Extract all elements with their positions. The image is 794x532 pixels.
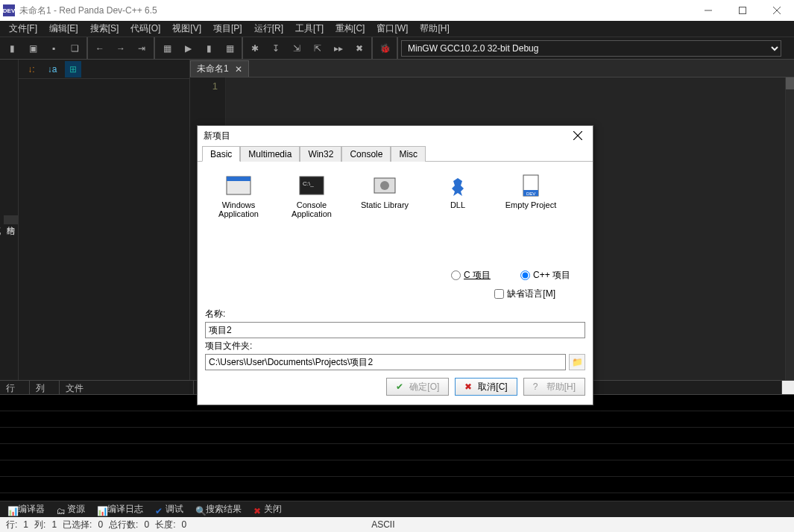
- help-button[interactable]: ?帮助[H]: [523, 378, 585, 396]
- template-label: Static Library: [354, 200, 415, 209]
- dialog-title: 新项目: [204, 130, 230, 142]
- step-over-icon[interactable]: ↧: [267, 39, 285, 57]
- window-controls: [691, 0, 794, 21]
- menu-tools[interactable]: 工具[T]: [289, 21, 330, 37]
- dlgtab-misc[interactable]: Misc: [391, 146, 426, 162]
- status-encoding: ASCII: [370, 519, 396, 530]
- lefttab-watch[interactable]: 监视: [0, 215, 4, 224]
- status-line-value: 1: [22, 519, 30, 530]
- btab-close[interactable]: ✖关闭: [251, 501, 285, 517]
- col-line[interactable]: 行: [0, 381, 30, 394]
- template-empty-project[interactable]: DEV Empty Project: [500, 174, 561, 251]
- btab-resources[interactable]: 🗂资源: [54, 501, 88, 517]
- menu-help[interactable]: 帮助[H]: [414, 21, 455, 37]
- close-button[interactable]: [760, 0, 794, 21]
- editor-tab-label: 未命名1: [197, 63, 229, 75]
- empty-project-icon: DEV: [516, 174, 546, 197]
- dlgtab-console[interactable]: Console: [341, 146, 391, 162]
- menu-search[interactable]: 搜索[S]: [84, 21, 125, 37]
- stop-debug-icon[interactable]: ✖: [350, 39, 368, 57]
- project-folder-input[interactable]: [205, 354, 566, 370]
- col-col[interactable]: 列: [30, 381, 60, 394]
- continue-icon[interactable]: ▸▸: [330, 39, 347, 57]
- minimap-scrollbar[interactable]: [785, 77, 794, 380]
- debug-icon[interactable]: ✱: [246, 39, 264, 57]
- menu-file[interactable]: 文件[F]: [3, 21, 43, 37]
- sort-icon[interactable]: ↓:: [23, 61, 40, 77]
- menu-view[interactable]: 视图[V]: [166, 21, 207, 37]
- name-label: 名称:: [205, 306, 585, 322]
- status-len-value: 0: [180, 519, 188, 530]
- toolbar: ▮ ▣ ▪ ❏ ← → ⇥ ▦ ▶ ▮ ▦ ✱ ↧ ⇲ ⇱ ▸▸ ✖ 🐞 Min…: [0, 37, 794, 60]
- template-static-library[interactable]: Static Library: [354, 174, 415, 251]
- menu-run[interactable]: 运行[R]: [248, 21, 289, 37]
- btab-compilelog[interactable]: 📊编译日志: [94, 501, 146, 517]
- btab-compiler[interactable]: 📊编译器: [4, 501, 48, 517]
- maximize-button[interactable]: [725, 0, 760, 21]
- menu-code[interactable]: 代码[O]: [125, 21, 166, 37]
- compile-icon[interactable]: ▦: [158, 39, 176, 57]
- windows-app-icon: [224, 174, 253, 197]
- run-icon[interactable]: ▶: [179, 39, 197, 57]
- dialog-close-icon[interactable]: [569, 128, 587, 143]
- editor-tab-close-icon[interactable]: ✕: [235, 64, 242, 75]
- new-project-dialog: 新项目 Basic Multimedia Win32 Console Misc …: [197, 125, 593, 405]
- folder-label: 项目文件夹:: [205, 338, 585, 354]
- sort-az-icon[interactable]: ↓a: [44, 61, 60, 77]
- window-title: 未命名1 - Red Panda Dev-C++ 6.5: [19, 4, 157, 17]
- app-icon: DEV: [3, 4, 15, 16]
- new-file-icon[interactable]: ▮: [3, 39, 21, 57]
- forward-icon[interactable]: →: [112, 39, 130, 57]
- template-console-app[interactable]: C:\_ Console Application: [281, 174, 342, 251]
- open-icon[interactable]: ▣: [24, 39, 42, 57]
- bottom-tabs: 📊编译器 🗂资源 📊编译日志 ✔调试 🔍搜索结果 ✖关闭: [0, 501, 794, 517]
- radio-cpp-project[interactable]: C++ 项目: [520, 269, 570, 282]
- template-dll[interactable]: DLL: [427, 174, 488, 251]
- save-icon[interactable]: ▪: [45, 39, 63, 57]
- issues-scroll-gap: [782, 381, 794, 394]
- save-all-icon[interactable]: ❏: [66, 39, 84, 57]
- back-icon[interactable]: ←: [91, 39, 109, 57]
- bug-icon[interactable]: 🐞: [376, 39, 394, 57]
- project-name-input[interactable]: [205, 322, 585, 338]
- indent-icon[interactable]: ⇥: [133, 39, 151, 57]
- svg-text:C:\_: C:\_: [303, 180, 314, 187]
- col-file[interactable]: 文件: [60, 381, 194, 394]
- rebuild-icon[interactable]: ▦: [221, 39, 239, 57]
- compiler-select[interactable]: MinGW GCC10.2.0 32-bit Debug: [401, 40, 781, 57]
- browse-folder-button[interactable]: 📁: [569, 354, 585, 370]
- cancel-button[interactable]: ✖取消[C]: [455, 378, 517, 396]
- folder-icon: 📁: [572, 357, 583, 367]
- svg-rect-1: [740, 7, 746, 14]
- static-library-icon: [370, 174, 400, 197]
- radio-c-project[interactable]: C 项目: [451, 269, 491, 282]
- menu-edit[interactable]: 编辑[E]: [43, 21, 84, 37]
- issues-body: [0, 395, 794, 501]
- btab-debug[interactable]: ✔调试: [152, 501, 186, 517]
- dialog-tabs: Basic Multimedia Win32 Console Misc: [198, 145, 593, 162]
- btab-searchres[interactable]: 🔍搜索结果: [192, 501, 245, 517]
- checkbox-default-lang[interactable]: 缺省语言[M]: [494, 288, 555, 300]
- dlgtab-multimedia[interactable]: Multimedia: [240, 146, 300, 162]
- dll-icon: [443, 174, 473, 197]
- step-into-icon[interactable]: ⇲: [288, 39, 306, 57]
- dlgtab-basic[interactable]: Basic: [202, 146, 240, 162]
- menu-refactor[interactable]: 重构[C]: [330, 21, 371, 37]
- ok-button[interactable]: ✔确定[O]: [386, 378, 449, 396]
- status-bar: 行: 1 列: 1 已选择: 0 总行数: 0 长度: 0 ASCII: [0, 517, 794, 532]
- lefttab-struct[interactable]: 结构: [4, 215, 18, 224]
- menu-project[interactable]: 项目[P]: [207, 21, 248, 37]
- minimize-button[interactable]: [691, 0, 725, 21]
- template-windows-app[interactable]: Windows Application: [208, 174, 269, 251]
- tree-icon[interactable]: ⊞: [65, 61, 81, 77]
- svg-text:DEV: DEV: [526, 191, 535, 196]
- compile-run-icon[interactable]: ▮: [200, 39, 218, 57]
- status-total-label: 总行数:: [107, 519, 139, 531]
- menu-window[interactable]: 窗口[W]: [371, 21, 414, 37]
- dlgtab-win32[interactable]: Win32: [300, 146, 341, 162]
- help-icon: ?: [533, 381, 543, 392]
- step-out-icon[interactable]: ⇱: [309, 39, 327, 57]
- editor-tab[interactable]: 未命名1 ✕: [190, 60, 249, 77]
- console-app-icon: C:\_: [297, 174, 327, 197]
- x-icon: ✖: [464, 381, 475, 392]
